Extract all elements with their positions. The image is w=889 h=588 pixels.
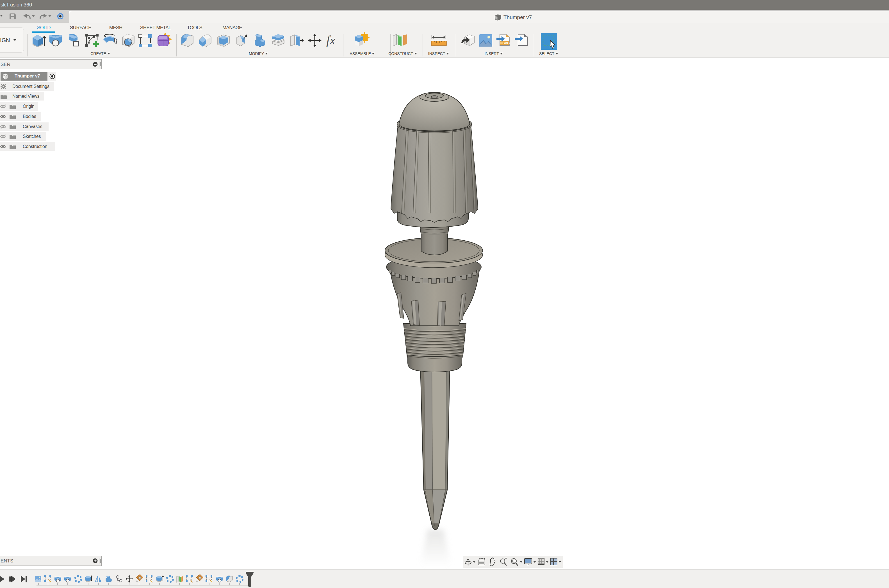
svg-text:SVG: SVG: [503, 41, 510, 45]
svg-text:fx: fx: [326, 33, 335, 47]
